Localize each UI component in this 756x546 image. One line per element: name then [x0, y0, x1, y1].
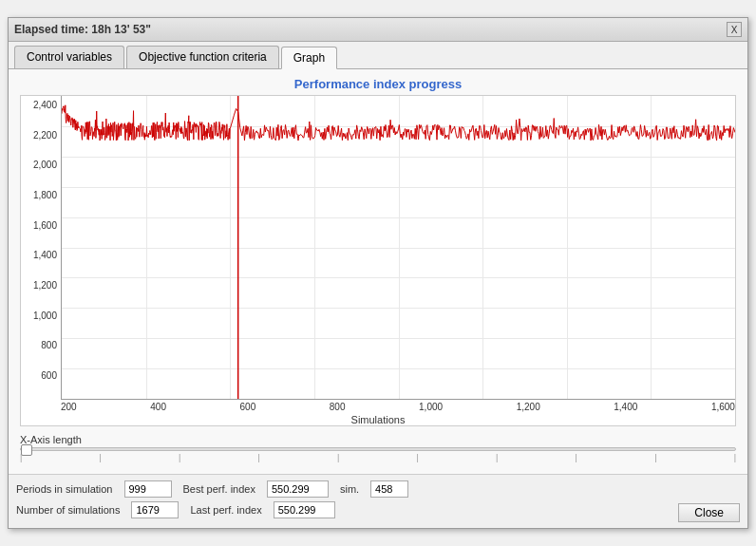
- chart-title: Performance index progress: [16, 77, 740, 91]
- title-bar: Elapsed time: 18h 13' 53" X: [9, 18, 747, 42]
- last-perf-value[interactable]: [274, 501, 335, 518]
- xaxis-section: X-Axis length | | | | | | | | | |: [20, 434, 736, 462]
- x-axis-title: Simulations: [21, 414, 735, 425]
- tab-control-variables[interactable]: Control variables: [14, 46, 124, 68]
- stats-bottom: Periods in simulation Best perf. index s…: [16, 480, 740, 522]
- tab-graph[interactable]: Graph: [281, 47, 337, 69]
- tab-objective-function[interactable]: Objective function criteria: [126, 46, 279, 68]
- chart-area: 2,400 2,200 2,000 1,800 1,600 1,400 1,20…: [20, 95, 736, 426]
- tab-bar: Control variables Objective function cri…: [9, 42, 747, 69]
- sim-label: sim.: [340, 483, 359, 495]
- close-button[interactable]: Close: [678, 503, 740, 522]
- slider-track[interactable]: [20, 447, 736, 451]
- simulations-label: Number of simulations: [16, 504, 120, 516]
- chart-canvas: [62, 96, 735, 399]
- simulations-value[interactable]: [131, 501, 179, 518]
- best-perf-label: Best perf. index: [183, 483, 255, 495]
- stats-left: Periods in simulation Best perf. index s…: [16, 480, 669, 522]
- best-perf-value[interactable]: [267, 480, 329, 498]
- stats-row-1: Periods in simulation Best perf. index s…: [16, 480, 669, 498]
- xaxis-label: X-Axis length: [20, 434, 736, 445]
- slider-ticks: | | | | | | | | | |: [20, 453, 736, 462]
- elapsed-time: Elapsed time: 18h 13' 53": [14, 23, 151, 36]
- x-axis-labels: 200 400 600 800 1,000 1,200 1,400 1,600: [21, 400, 735, 412]
- chart-plot: [61, 96, 735, 400]
- main-window: Elapsed time: 18h 13' 53" X Control vari…: [8, 17, 748, 529]
- sim-value[interactable]: [370, 480, 408, 498]
- window-close-button[interactable]: X: [727, 22, 742, 37]
- close-area: Close: [669, 503, 740, 522]
- bottom-section: Periods in simulation Best perf. index s…: [9, 474, 747, 528]
- stats-row-2: Number of simulations Last perf. index: [16, 501, 669, 518]
- periods-value[interactable]: [124, 480, 172, 498]
- periods-label: Periods in simulation: [16, 483, 113, 495]
- slider-thumb[interactable]: [21, 444, 32, 456]
- chart-inner: 2,400 2,200 2,000 1,800 1,600 1,400 1,20…: [21, 96, 735, 400]
- last-perf-label: Last perf. index: [190, 504, 261, 516]
- tab-content: Performance index progress 2,400 2,200 2…: [9, 69, 747, 474]
- y-axis-labels: 2,400 2,200 2,000 1,800 1,600 1,400 1,20…: [21, 96, 61, 400]
